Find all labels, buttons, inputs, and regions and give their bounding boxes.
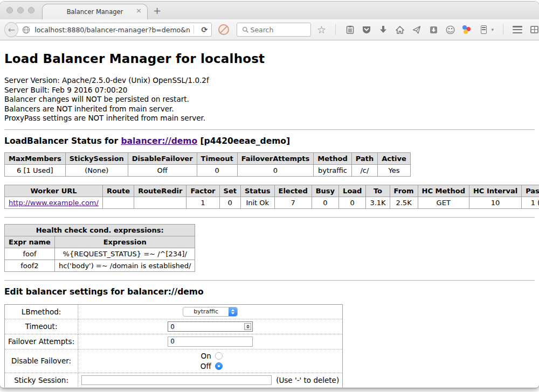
lbmethod-row: LBmethod: bytraffic [5, 304, 343, 319]
cell-timeout: 0 [197, 164, 237, 176]
timeout-input[interactable] [168, 322, 252, 331]
sticky-session-hint: (Use '-' to delete) [276, 376, 339, 384]
col-disablefailover: DisableFailover [128, 152, 197, 164]
heading-prefix: LoadBalancer Status for [4, 136, 121, 146]
search-input[interactable] [250, 26, 304, 34]
loadbalancer-status-heading: LoadBalancer Status for balancer://demo … [4, 136, 535, 146]
page-title: Load Balancer Manager for localhost [4, 52, 535, 66]
browser-tab[interactable]: Balancer Manager × [42, 4, 148, 19]
site-identity-globe-icon[interactable] [21, 25, 31, 34]
col-to: To [366, 185, 390, 197]
toolbar-separator [335, 24, 336, 35]
cell-active: Yes [378, 164, 411, 176]
persist-notice-line: Balancer changes will NOT be persisted o… [4, 95, 535, 104]
reload-button[interactable]: ⟳ [197, 25, 211, 34]
failover-attempts-label: Failover Attempts: [5, 334, 78, 349]
col-hc-method: HC Method [418, 185, 469, 197]
close-tab-icon[interactable]: × [136, 7, 142, 14]
col-from: From [390, 185, 418, 197]
cell-status: Init Ok [240, 197, 274, 208]
cell-elected: 7 [274, 197, 312, 208]
col-failoverattempts: FailoverAttempts [237, 152, 314, 164]
col-path: Path [351, 152, 377, 164]
minimize-window-button[interactable] [17, 7, 24, 13]
failover-attempts-input[interactable] [168, 337, 253, 347]
downloads-icon[interactable] [378, 25, 388, 34]
toolbar-overflow-caret-icon[interactable]: ▾ [491, 27, 494, 32]
worker-table-data-row: http://www.example.com/ 1 0 Init Ok 7 0 … [5, 197, 539, 208]
search-icon [240, 25, 250, 34]
disable-failover-on-radio[interactable] [215, 352, 223, 360]
sticky-session-row: Sticky Session: (Use '-' to delete) [5, 373, 343, 387]
col-set: Set [219, 185, 240, 197]
cell-to: 3.1K [366, 197, 390, 208]
balancer-demo-link[interactable]: balancer://demo [121, 136, 197, 146]
close-window-button[interactable] [6, 7, 13, 13]
cell-expression-foof2: hc('body') =~ /domain is established/ [54, 260, 195, 271]
col-factor: Factor [186, 185, 219, 197]
lbmethod-select[interactable]: bytraffic [183, 307, 238, 317]
worker-table-header-row: Worker URL Route RouteRedir Factor Set S… [5, 185, 539, 197]
bookmark-star-icon[interactable]: ☆ [316, 25, 326, 34]
lbmethod-label: LBmethod: [5, 304, 78, 319]
toolbar-separator-2 [503, 24, 503, 35]
blocked-content-icon[interactable] [218, 24, 229, 35]
new-tab-button[interactable]: + [153, 6, 161, 16]
radio-off-label: Off [198, 362, 211, 370]
cell-busy: 0 [312, 197, 338, 208]
number-stepper-icon[interactable] [244, 323, 251, 330]
container-battery-icon[interactable] [479, 25, 488, 34]
cell-stickysession: (None) [65, 164, 128, 176]
cell-expr-name-foof: foof [5, 248, 55, 260]
hello-colored-dots-icon[interactable] [462, 25, 472, 34]
worker-url-link[interactable]: http://www.example.com/ [9, 199, 99, 207]
disable-failover-off-radio[interactable] [215, 362, 223, 370]
worker-table: Worker URL Route RouteRedir Factor Set S… [4, 185, 539, 209]
divider-2 [4, 217, 535, 218]
bookmarks-menu-icon[interactable] [345, 25, 355, 34]
url-bar[interactable]: localhost:8880/balancer-manager?b=demo&n… [15, 23, 212, 37]
col-expr-name: Expr name [5, 236, 55, 248]
tab-title: Balancer Manager [67, 8, 123, 16]
col-busy: Busy [312, 185, 338, 197]
back-button[interactable]: ← [4, 22, 18, 37]
edit-balancer-form: LBmethod: bytraffic Timeout: [4, 304, 343, 388]
col-route: Route [102, 185, 134, 197]
server-built-line: Server Built: Feb 9 2016 07:00:20 [4, 86, 535, 95]
proxypass-notice-line: ProxyPass settings are NOT inherited fro… [4, 114, 535, 123]
share-plane-icon[interactable] [412, 25, 421, 34]
col-elected: Elected [274, 185, 312, 197]
tab-groups-grid-icon[interactable] [529, 25, 539, 34]
search-bar[interactable] [237, 23, 311, 37]
server-version-line: Server Version: Apache/2.5.0-dev (Unix) … [4, 76, 535, 86]
pocket-icon[interactable] [362, 25, 371, 34]
timeout-row: Timeout: [5, 319, 343, 334]
col-expression: Expression [54, 236, 195, 248]
col-hc-interval: HC Interval [469, 185, 521, 197]
cell-maxmembers: 6 [1 Used] [5, 164, 66, 176]
zoom-window-button[interactable] [28, 7, 34, 13]
col-load: Load [339, 185, 366, 197]
health-check-table: Health check cond. expressions: Expr nam… [4, 224, 195, 272]
timeout-label: Timeout: [5, 319, 78, 334]
navigation-bar: ← localhost:8880/balancer-manager?b=demo… [0, 19, 539, 40]
radio-on-label: On [198, 352, 211, 360]
cell-hc-method: GET [418, 197, 469, 208]
health-table-header-row: Expr name Expression [5, 236, 195, 248]
sticky-session-input[interactable] [81, 375, 272, 385]
feedback-smiley-icon[interactable]: ☺ [445, 25, 455, 34]
select-arrows-icon [229, 307, 237, 316]
cell-passes: 1 (0) [522, 197, 539, 208]
col-stickysession: StickySession [65, 152, 128, 164]
menu-hamburger-icon[interactable] [513, 25, 522, 34]
cell-hc-interval: 10 [469, 197, 521, 208]
lbmethod-selected-value: bytraffic [183, 307, 229, 316]
divider-3 [4, 280, 535, 281]
url-text[interactable]: localhost:8880/balancer-manager?b=demo&n… [34, 26, 190, 34]
timeout-field-wrap [168, 321, 253, 332]
disable-failover-row: Disable Failover: On Off [5, 349, 343, 373]
home-icon[interactable] [395, 25, 405, 34]
extension-download-icon[interactable] [429, 25, 438, 34]
health-table-row-foof2: foof2 hc('body') =~ /domain is establish… [5, 260, 195, 271]
cell-expr-name-foof2: foof2 [5, 260, 55, 271]
